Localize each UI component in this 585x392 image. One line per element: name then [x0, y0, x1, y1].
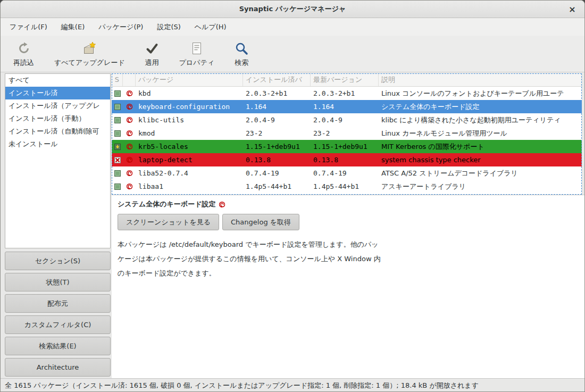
header-latest-version[interactable]: 最新バージョン [311, 73, 379, 86]
debian-swirl-icon [123, 130, 136, 137]
reload-button[interactable]: 再読込 [6, 38, 41, 70]
installed-version: 0.13.8 [243, 156, 311, 164]
mark-all-upgrades-label: すべてアップグレード [54, 58, 125, 68]
debian-swirl-icon [219, 201, 225, 208]
package-name: libaa1 [136, 182, 243, 190]
search-icon [235, 41, 248, 55]
menu-settings[interactable]: 設定(S) [150, 18, 187, 36]
get-changelog-button[interactable]: Changelog を取得 [222, 214, 299, 230]
installed-version: 2.0.4-9 [243, 116, 311, 124]
latest-version: 1.164 [311, 103, 379, 111]
status-installed-icon [112, 170, 123, 177]
window-title: Synaptic パッケージマネージャ [239, 4, 346, 14]
details-pane: システム全体のキーボード設定 スクリーンショットを見る Changelog を取… [112, 195, 585, 378]
description-line: 本パッケージは /etc/default/keyboard でキーボード設定を管… [118, 237, 585, 252]
latest-version: 2.0.4-9 [311, 116, 379, 124]
properties-button[interactable]: プロパティ [172, 38, 222, 70]
status-installed-icon [112, 183, 123, 190]
filter-installed[interactable]: インストール済 [5, 87, 110, 99]
package-description: system chassis type checker [379, 156, 582, 164]
table-row[interactable]: klibc-utils 2.0.4-9 2.0.4-9 klibc により構築さ… [112, 113, 582, 127]
header-origin[interactable] [123, 73, 136, 86]
details-description: 本パッケージは /etc/default/keyboard でキーボード設定を管… [118, 237, 585, 280]
latest-version: 2.0.3-2+b1 [311, 89, 379, 97]
status-marked-upgrade-icon [112, 143, 123, 151]
filter-all[interactable]: すべて [5, 74, 110, 87]
filter-installed-autoremovable[interactable]: インストール済（自動削除可 [5, 125, 110, 138]
table-row[interactable]: liba52-0.7.4 0.7.4-19 0.7.4-19 ATSC A/52… [112, 166, 582, 180]
menu-package[interactable]: パッケージ(P) [91, 18, 150, 36]
debian-swirl-icon [123, 156, 136, 163]
package-table: S パッケージ インストール済バ 最新バージョン 説明 kbd 2.0.3-2+… [112, 73, 582, 195]
mark-all-upgrades-icon [82, 41, 96, 55]
package-name: klibc-utils [136, 116, 243, 124]
search-button[interactable]: 検索 [227, 38, 256, 70]
package-description: システム全体のキーボード設定 [379, 102, 582, 112]
details-title: システム全体のキーボード設定 [118, 199, 215, 209]
status-installed-icon [112, 90, 123, 97]
latest-version: 1.4p5-44+b1 [311, 182, 379, 190]
latest-version: 23-2 [311, 129, 379, 137]
apply-button[interactable]: 適用 [138, 38, 166, 70]
search-label: 検索 [235, 58, 248, 68]
mark-all-upgrades-button[interactable]: すべてアップグレード [47, 38, 132, 70]
menu-edit[interactable]: 編集(E) [54, 18, 91, 36]
properties-icon [190, 41, 204, 55]
table-row-selected[interactable]: keyboard-configuration 1.164 1.164 システム全… [112, 100, 582, 113]
titlebar: Synaptic パッケージマネージャ × [1, 1, 584, 18]
debian-swirl-icon [123, 116, 136, 123]
filter-installed-upgradable[interactable]: インストール済（アップグレ [5, 99, 110, 112]
reload-icon [17, 41, 31, 55]
installed-version: 0.7.4-19 [243, 169, 311, 177]
table-row[interactable]: kmod 23-2 23-2 Linux カーネルモジュール管理用ツール [112, 127, 582, 140]
package-description: klibc により構築された小さな起動初期用ユーティリティ [379, 115, 582, 125]
description-line: ケージは本パッケージが提供するこの情報を用いて、コンソール上や X Window… [118, 252, 585, 266]
header-installed-version[interactable]: インストール済バ [243, 73, 311, 86]
installed-version: 2.0.3-2+b1 [243, 89, 311, 97]
description-line: のキーボード設定ができます。 [118, 266, 585, 280]
reload-label: 再読込 [13, 58, 34, 68]
properties-label: プロパティ [179, 58, 215, 68]
menu-file[interactable]: ファイル(F) [3, 18, 54, 36]
synaptic-window: Synaptic パッケージマネージャ × ファイル(F) 編集(E) パッケー… [0, 0, 585, 392]
installed-version: 1.15-1+deb9u1 [243, 143, 311, 151]
package-description: アスキーアートライブラリ [379, 182, 582, 191]
debian-swirl-icon [123, 183, 136, 190]
debian-swirl-icon [123, 103, 136, 110]
debian-swirl-icon [123, 143, 136, 150]
custom-filters-button[interactable]: カスタムフィルタ(C) [5, 315, 111, 334]
latest-version: 0.7.4-19 [311, 169, 379, 177]
statusbar-text: 全 1615 パッケージ（インストール済: 1615 個, 破損 0 個, イン… [5, 381, 479, 390]
package-description: Linux コンソールのフォントおよびキーテーブル用ユーテ [379, 89, 582, 98]
table-row[interactable]: kbd 2.0.3-2+b1 2.0.3-2+b1 Linux コンソールのフォ… [112, 87, 582, 100]
origin-button[interactable]: 配布元 [5, 294, 111, 313]
menubar: ファイル(F) 編集(E) パッケージ(P) 設定(S) ヘルプ(H) [1, 18, 584, 36]
filter-not-installed[interactable]: 未インストール [5, 138, 110, 151]
sections-button[interactable]: セクション(S) [5, 252, 111, 270]
package-name: krb5-locales [136, 143, 243, 151]
search-results-button[interactable]: 検索結果(E) [5, 337, 111, 355]
close-icon[interactable]: × [567, 4, 578, 14]
architecture-button[interactable]: Architecture [5, 358, 111, 377]
details-title-row: システム全体のキーボード設定 [118, 199, 585, 209]
get-screenshot-button[interactable]: スクリーンショットを見る [118, 214, 219, 230]
toolbar: 再読込 すべてアップグレード 適用 [1, 36, 584, 72]
menu-help[interactable]: ヘルプ(H) [188, 18, 233, 36]
table-row-marked-upgrade[interactable]: krb5-locales 1.15-1+deb9u1 1.15-1+deb9u1… [112, 140, 582, 153]
status-marked-remove-icon [112, 156, 123, 164]
statusbar: 全 1615 パッケージ（インストール済: 1615 個, 破損 0 個, イン… [1, 378, 584, 392]
header-package[interactable]: パッケージ [136, 73, 243, 86]
filter-installed-manual[interactable]: インストール済（手動） [5, 112, 110, 125]
header-status[interactable]: S [112, 73, 123, 86]
status-button[interactable]: 状態(T) [5, 273, 111, 291]
package-description: ATSC A/52 ストリームデコードライブラリ [379, 169, 582, 178]
table-row-marked-remove[interactable]: laptop-detect 0.13.8 0.13.8 system chass… [112, 153, 582, 166]
latest-version: 0.13.8 [311, 156, 379, 164]
debian-swirl-icon [123, 170, 136, 177]
status-installed-icon [112, 103, 123, 111]
table-row[interactable]: libaa1 1.4p5-44+b1 1.4p5-44+b1 アスキーアートライ… [112, 180, 582, 193]
apply-label: 適用 [145, 58, 159, 68]
package-description: Linux カーネルモジュール管理用ツール [379, 129, 582, 138]
header-description[interactable]: 説明 [379, 73, 582, 86]
details-buttons: スクリーンショットを見る Changelog を取得 [118, 214, 585, 230]
